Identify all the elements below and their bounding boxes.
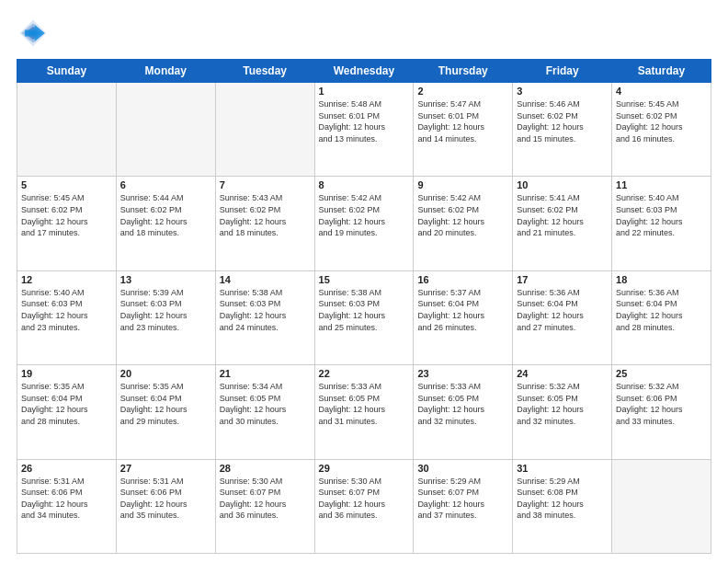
- day-number: 2: [417, 86, 508, 97]
- day-info: Sunrise: 5:31 AMSunset: 6:06 PMDaylight:…: [120, 476, 211, 522]
- day-info: Sunrise: 5:36 AMSunset: 6:04 PMDaylight:…: [616, 287, 707, 333]
- day-info: Sunrise: 5:34 AMSunset: 6:05 PMDaylight:…: [220, 381, 311, 427]
- day-number: 7: [220, 179, 311, 190]
- day-cell: 26Sunrise: 5:31 AMSunset: 6:06 PMDayligh…: [17, 459, 117, 553]
- weekday-header-saturday: Saturday: [612, 60, 711, 83]
- day-cell: 10Sunrise: 5:41 AMSunset: 6:02 PMDayligh…: [513, 177, 612, 270]
- day-info: Sunrise: 5:33 AMSunset: 6:05 PMDaylight:…: [319, 381, 410, 427]
- day-number: 14: [220, 274, 311, 285]
- day-cell: 25Sunrise: 5:32 AMSunset: 6:06 PMDayligh…: [612, 365, 711, 459]
- week-row-3: 12Sunrise: 5:40 AMSunset: 6:03 PMDayligh…: [17, 270, 711, 364]
- day-number: 9: [417, 179, 508, 190]
- day-number: 25: [616, 368, 707, 379]
- calendar-table: SundayMondayTuesdayWednesdayThursdayFrid…: [17, 59, 711, 554]
- day-cell: 31Sunrise: 5:29 AMSunset: 6:08 PMDayligh…: [513, 459, 612, 553]
- day-info: Sunrise: 5:35 AMSunset: 6:04 PMDaylight:…: [120, 381, 211, 427]
- week-row-5: 26Sunrise: 5:31 AMSunset: 6:06 PMDayligh…: [17, 459, 711, 553]
- day-info: Sunrise: 5:29 AMSunset: 6:08 PMDaylight:…: [517, 476, 608, 522]
- day-cell: 5Sunrise: 5:45 AMSunset: 6:02 PMDaylight…: [17, 177, 117, 270]
- day-number: 5: [21, 179, 112, 190]
- day-number: 18: [616, 274, 707, 285]
- day-info: Sunrise: 5:42 AMSunset: 6:02 PMDaylight:…: [417, 192, 508, 238]
- day-info: Sunrise: 5:45 AMSunset: 6:02 PMDaylight:…: [616, 98, 707, 144]
- day-number: 29: [319, 463, 410, 474]
- day-cell: 20Sunrise: 5:35 AMSunset: 6:04 PMDayligh…: [116, 365, 215, 459]
- day-number: 23: [417, 368, 508, 379]
- day-cell: [17, 83, 117, 177]
- day-info: Sunrise: 5:31 AMSunset: 6:06 PMDaylight:…: [21, 476, 112, 522]
- day-number: 4: [616, 86, 707, 97]
- day-cell: 27Sunrise: 5:31 AMSunset: 6:06 PMDayligh…: [116, 459, 215, 553]
- day-cell: 13Sunrise: 5:39 AMSunset: 6:03 PMDayligh…: [116, 270, 215, 364]
- weekday-header-monday: Monday: [116, 60, 215, 83]
- day-info: Sunrise: 5:30 AMSunset: 6:07 PMDaylight:…: [220, 476, 311, 522]
- day-cell: 11Sunrise: 5:40 AMSunset: 6:03 PMDayligh…: [612, 177, 711, 270]
- day-number: 1: [319, 86, 410, 97]
- day-number: 6: [120, 179, 211, 190]
- day-cell: 9Sunrise: 5:42 AMSunset: 6:02 PMDaylight…: [414, 177, 513, 270]
- day-number: 31: [517, 463, 608, 474]
- week-row-2: 5Sunrise: 5:45 AMSunset: 6:02 PMDaylight…: [17, 177, 711, 270]
- day-info: Sunrise: 5:30 AMSunset: 6:07 PMDaylight:…: [319, 476, 410, 522]
- day-info: Sunrise: 5:40 AMSunset: 6:03 PMDaylight:…: [616, 192, 707, 238]
- day-number: 11: [616, 179, 707, 190]
- day-cell: 14Sunrise: 5:38 AMSunset: 6:03 PMDayligh…: [215, 270, 314, 364]
- day-number: 24: [517, 368, 608, 379]
- day-number: 19: [21, 368, 112, 379]
- day-info: Sunrise: 5:47 AMSunset: 6:01 PMDaylight:…: [417, 98, 508, 144]
- day-cell: [612, 459, 711, 553]
- day-number: 8: [319, 179, 410, 190]
- day-number: 26: [21, 463, 112, 474]
- day-cell: 4Sunrise: 5:45 AMSunset: 6:02 PMDaylight…: [612, 83, 711, 177]
- day-cell: 3Sunrise: 5:46 AMSunset: 6:02 PMDaylight…: [513, 83, 612, 177]
- day-number: 16: [417, 274, 508, 285]
- day-cell: 16Sunrise: 5:37 AMSunset: 6:04 PMDayligh…: [414, 270, 513, 364]
- week-row-1: 1Sunrise: 5:48 AMSunset: 6:01 PMDaylight…: [17, 83, 711, 177]
- day-cell: 1Sunrise: 5:48 AMSunset: 6:01 PMDaylight…: [314, 83, 414, 177]
- day-number: 20: [120, 368, 211, 379]
- day-cell: 17Sunrise: 5:36 AMSunset: 6:04 PMDayligh…: [513, 270, 612, 364]
- day-cell: 30Sunrise: 5:29 AMSunset: 6:07 PMDayligh…: [414, 459, 513, 553]
- calendar-page: SundayMondayTuesdayWednesdayThursdayFrid…: [0, 0, 728, 563]
- weekday-header-tuesday: Tuesday: [215, 60, 314, 83]
- day-info: Sunrise: 5:37 AMSunset: 6:04 PMDaylight:…: [417, 287, 508, 333]
- day-info: Sunrise: 5:40 AMSunset: 6:03 PMDaylight:…: [21, 287, 112, 333]
- day-info: Sunrise: 5:32 AMSunset: 6:06 PMDaylight:…: [616, 381, 707, 427]
- week-row-4: 19Sunrise: 5:35 AMSunset: 6:04 PMDayligh…: [17, 365, 711, 459]
- day-cell: 8Sunrise: 5:42 AMSunset: 6:02 PMDaylight…: [314, 177, 414, 270]
- day-info: Sunrise: 5:29 AMSunset: 6:07 PMDaylight:…: [417, 476, 508, 522]
- weekday-header-sunday: Sunday: [17, 60, 117, 83]
- day-info: Sunrise: 5:48 AMSunset: 6:01 PMDaylight:…: [319, 98, 410, 144]
- day-number: 3: [517, 86, 608, 97]
- day-cell: 19Sunrise: 5:35 AMSunset: 6:04 PMDayligh…: [17, 365, 117, 459]
- day-cell: [215, 83, 314, 177]
- day-number: 10: [517, 179, 608, 190]
- day-cell: 29Sunrise: 5:30 AMSunset: 6:07 PMDayligh…: [314, 459, 414, 553]
- day-number: 27: [120, 463, 211, 474]
- day-cell: 2Sunrise: 5:47 AMSunset: 6:01 PMDaylight…: [414, 83, 513, 177]
- weekday-header-thursday: Thursday: [414, 60, 513, 83]
- weekday-header-wednesday: Wednesday: [314, 60, 414, 83]
- day-info: Sunrise: 5:42 AMSunset: 6:02 PMDaylight:…: [319, 192, 410, 238]
- day-info: Sunrise: 5:44 AMSunset: 6:02 PMDaylight:…: [120, 192, 211, 238]
- day-number: 13: [120, 274, 211, 285]
- day-cell: 15Sunrise: 5:38 AMSunset: 6:03 PMDayligh…: [314, 270, 414, 364]
- day-cell: 22Sunrise: 5:33 AMSunset: 6:05 PMDayligh…: [314, 365, 414, 459]
- day-info: Sunrise: 5:32 AMSunset: 6:05 PMDaylight:…: [517, 381, 608, 427]
- day-cell: 7Sunrise: 5:43 AMSunset: 6:02 PMDaylight…: [215, 177, 314, 270]
- header: [17, 17, 711, 50]
- day-info: Sunrise: 5:43 AMSunset: 6:02 PMDaylight:…: [220, 192, 311, 238]
- day-cell: 24Sunrise: 5:32 AMSunset: 6:05 PMDayligh…: [513, 365, 612, 459]
- day-info: Sunrise: 5:41 AMSunset: 6:02 PMDaylight:…: [517, 192, 608, 238]
- day-info: Sunrise: 5:46 AMSunset: 6:02 PMDaylight:…: [517, 98, 608, 144]
- day-info: Sunrise: 5:39 AMSunset: 6:03 PMDaylight:…: [120, 287, 211, 333]
- day-cell: 12Sunrise: 5:40 AMSunset: 6:03 PMDayligh…: [17, 270, 117, 364]
- day-number: 30: [417, 463, 508, 474]
- day-number: 15: [319, 274, 410, 285]
- logo-icon: [17, 17, 50, 50]
- day-number: 22: [319, 368, 410, 379]
- weekday-header-row: SundayMondayTuesdayWednesdayThursdayFrid…: [17, 60, 711, 83]
- weekday-header-friday: Friday: [513, 60, 612, 83]
- day-info: Sunrise: 5:38 AMSunset: 6:03 PMDaylight:…: [319, 287, 410, 333]
- day-number: 12: [21, 274, 112, 285]
